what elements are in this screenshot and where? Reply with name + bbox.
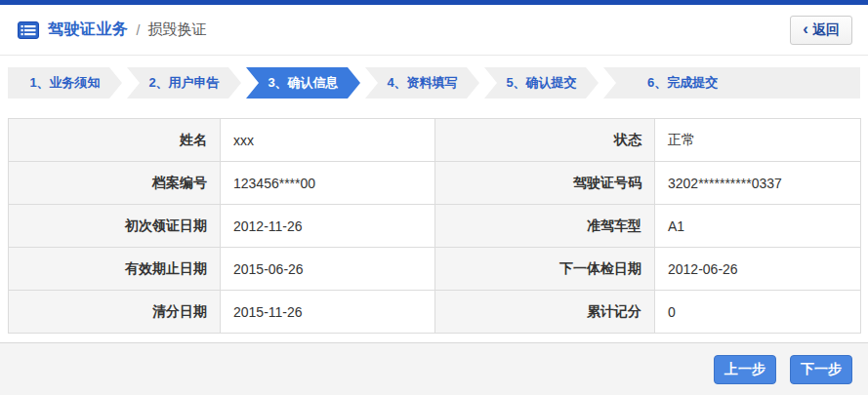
field-value-license-number: 3202**********0337 <box>655 162 861 205</box>
step-wizard: 1、业务须知 2、用户申告 3、确认信息 4、资料填写 5、确认提交 6、完成提… <box>8 67 860 99</box>
step-tab-5[interactable]: 5、确认提交 <box>484 67 599 99</box>
field-value-next-checkup-date: 2012-06-26 <box>655 248 861 291</box>
step-tab-3-active[interactable]: 3、确认信息 <box>246 67 360 99</box>
field-label-vehicle-class: 准驾车型 <box>435 205 655 248</box>
field-value-vehicle-class: A1 <box>655 205 861 248</box>
breadcrumb: 驾驶证业务 / 损毁换证 <box>18 20 206 40</box>
table-row: 清分日期 2015-11-26 累计记分 0 <box>9 291 861 334</box>
field-label-file-number: 档案编号 <box>9 162 221 205</box>
field-value-accumulated-points: 0 <box>655 291 861 334</box>
back-button-label: 返回 <box>812 21 840 39</box>
field-label-next-checkup-date: 下一体检日期 <box>435 248 655 291</box>
field-value-file-number: 123456****00 <box>221 162 435 205</box>
field-value-first-issue-date: 2012-11-26 <box>221 205 435 248</box>
table-row: 姓名 xxx 状态 正常 <box>9 119 861 162</box>
table-row: 有效期止日期 2015-06-26 下一体检日期 2012-06-26 <box>9 248 861 291</box>
field-label-license-number: 驾驶证号码 <box>435 162 655 205</box>
license-info-table: 姓名 xxx 状态 正常 档案编号 123456****00 驾驶证号码 320… <box>8 118 861 334</box>
page-subtitle: 损毁换证 <box>147 20 206 39</box>
field-value-points-clear-date: 2015-11-26 <box>221 291 435 334</box>
field-label-status: 状态 <box>435 119 655 162</box>
field-label-points-clear-date: 清分日期 <box>9 291 221 334</box>
step-tab-2[interactable]: 2、用户申告 <box>127 67 241 99</box>
field-value-status: 正常 <box>655 119 861 162</box>
page-title[interactable]: 驾驶证业务 <box>48 20 129 40</box>
table-row: 档案编号 123456****00 驾驶证号码 3202**********03… <box>9 162 861 205</box>
field-label-first-issue-date: 初次领证日期 <box>9 205 221 248</box>
next-step-button[interactable]: 下一步 <box>790 355 852 384</box>
step-tab-4[interactable]: 4、资料填写 <box>365 67 479 99</box>
previous-step-button[interactable]: 上一步 <box>714 355 776 384</box>
back-button[interactable]: ‹ 返回 <box>790 16 852 45</box>
field-value-name: xxx <box>221 119 435 162</box>
header: 驾驶证业务 / 损毁换证 ‹ 返回 <box>0 5 868 56</box>
license-list-icon <box>18 21 39 39</box>
footer-action-bar: 上一步 下一步 <box>0 342 868 395</box>
field-label-name: 姓名 <box>9 119 221 162</box>
field-value-expiry-date: 2015-06-26 <box>221 248 435 291</box>
step-tab-6[interactable]: 6、完成提交 <box>603 67 860 99</box>
chevron-left-icon: ‹ <box>803 20 808 37</box>
field-label-expiry-date: 有效期止日期 <box>9 248 221 291</box>
step-tab-1[interactable]: 1、业务须知 <box>8 67 122 99</box>
breadcrumb-separator: / <box>137 22 141 38</box>
table-row: 初次领证日期 2012-11-26 准驾车型 A1 <box>9 205 861 248</box>
field-label-accumulated-points: 累计记分 <box>435 291 655 334</box>
